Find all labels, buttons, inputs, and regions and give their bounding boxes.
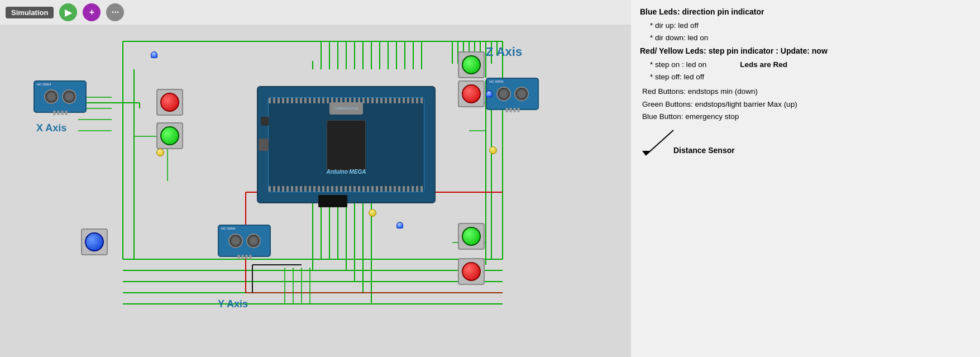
arduino-chip xyxy=(327,120,366,170)
info-line1: * dir up: led off xyxy=(640,20,971,32)
btn-housing-blue-emergency xyxy=(81,229,108,255)
btn-red-x[interactable] xyxy=(160,93,179,112)
btn-housing-lower-green xyxy=(458,223,485,250)
sensor-y-label: HC-SR04 xyxy=(221,227,236,230)
sensor-x: HC-SR04 xyxy=(34,80,87,113)
btn-green-x[interactable] xyxy=(160,126,179,145)
btn-red-z[interactable] xyxy=(462,84,481,103)
sensor-z-pins xyxy=(505,108,519,112)
sensor-y-eye2 xyxy=(246,234,261,248)
info-line2: * dir down: led on xyxy=(640,32,971,44)
btn-green-lower[interactable] xyxy=(462,227,481,246)
led-yellow-x xyxy=(156,149,164,156)
led-blue-lower xyxy=(396,222,403,231)
simulation-area: Simulation ▶ + ··· xyxy=(0,0,631,357)
sensor-z-label: HC-SR04 xyxy=(489,80,504,83)
info-red-yellow-title: Red/ Yellow Leds: step pin indicator : U… xyxy=(640,45,971,58)
sensor-y-eye1 xyxy=(228,234,243,248)
arduino-inner: Arduino MEGA COMMUNICATION xyxy=(268,97,424,192)
header-bar: Simulation ▶ + ··· xyxy=(0,0,631,25)
arrow-svg xyxy=(640,127,685,161)
canvas: HC-SR04 X Axis xyxy=(0,25,631,357)
arduino-label: Arduino MEGA xyxy=(326,169,366,175)
arduino-pwr xyxy=(261,117,269,126)
distance-sensor-row: Distance Sensor xyxy=(640,127,971,161)
btn-housing-z-green xyxy=(458,51,485,78)
svg-line-67 xyxy=(646,130,673,155)
led-blue-lower-body xyxy=(396,222,403,229)
info-step-row: * step on : led on Leds are Red xyxy=(640,59,971,71)
led-blue-x-body xyxy=(151,51,157,58)
add-button[interactable]: + xyxy=(83,3,101,21)
btn-red-lower[interactable] xyxy=(462,262,481,281)
info-line5: Red Buttons: endstops min (down) xyxy=(640,85,971,98)
info-line7: Blue Button: emergency stop xyxy=(640,111,971,123)
arduino-usb xyxy=(259,139,269,151)
btn-green-z-top[interactable] xyxy=(462,55,481,74)
info-panel: Blue Leds: direction pin indicator * dir… xyxy=(631,0,980,357)
sensor-x-eye1 xyxy=(44,89,59,104)
btn-housing-x-red xyxy=(156,89,183,116)
info-leds-red: Leds are Red xyxy=(740,59,787,71)
led-blue-x xyxy=(151,51,157,60)
play-button[interactable]: ▶ xyxy=(59,3,77,21)
btn-housing-z-red xyxy=(458,80,485,107)
simulation-title: Simulation xyxy=(6,7,54,18)
led-blue-z xyxy=(486,91,493,99)
z-axis-label: Z Axis xyxy=(486,45,522,59)
led-yellow-z xyxy=(489,146,497,154)
info-line4: * step off: led off xyxy=(640,71,971,83)
arduino-board: Arduino MEGA COMMUNICATION xyxy=(257,86,436,203)
info-line6: Green Buttons: endstops/light barrier Ma… xyxy=(640,98,971,111)
sensor-z-eye2 xyxy=(514,87,529,101)
info-blue-leds-title: Blue Leds: direction pin indicator xyxy=(640,6,971,18)
sensor-x-pins xyxy=(53,111,67,115)
sensor-y: HC-SR04 xyxy=(218,225,271,257)
arduino-comm-label: COMMUNICATION xyxy=(334,107,358,110)
sensor-z: HC-SR04 xyxy=(486,78,539,110)
arduino-black-conn xyxy=(318,195,347,207)
led-blue-z-body xyxy=(486,91,493,97)
arrow-container xyxy=(640,127,657,161)
y-axis-label: Y Axis xyxy=(218,298,248,310)
sensor-z-eye1 xyxy=(496,87,511,101)
btn-blue-emergency[interactable] xyxy=(85,232,104,251)
x-axis-label: X Axis xyxy=(36,122,66,134)
btn-housing-x-green xyxy=(156,122,183,149)
more-button[interactable]: ··· xyxy=(106,3,124,21)
sensor-y-pins xyxy=(237,255,251,259)
btn-housing-lower-red xyxy=(458,258,485,285)
info-line3: * step on : led on xyxy=(640,59,706,71)
sensor-x-eye2 xyxy=(62,89,77,104)
led-yellow-lower xyxy=(369,209,376,217)
sensor-x-label: HC-SR04 xyxy=(37,83,51,86)
arduino-pins-bottom xyxy=(269,186,424,192)
